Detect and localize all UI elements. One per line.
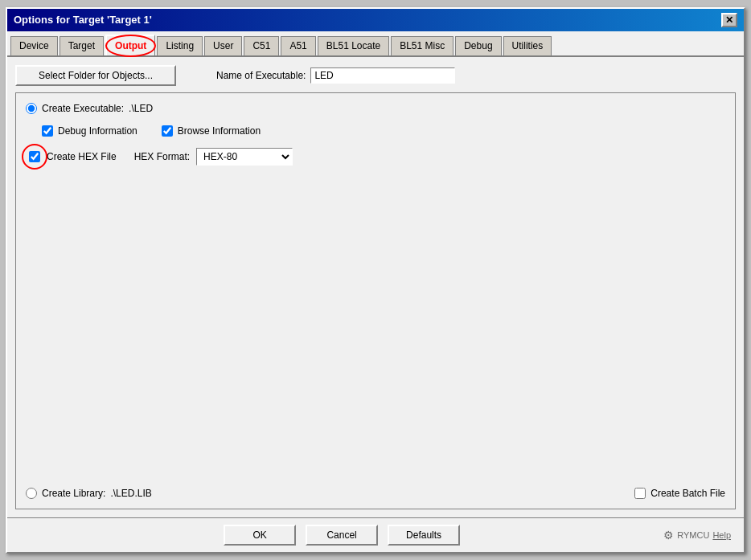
dialog-title: Options for Target 'Target 1' <box>14 14 152 26</box>
create-library-radio[interactable] <box>26 488 37 499</box>
tab-utilities[interactable]: Utilities <box>503 36 552 55</box>
watermark: ⚙ RYMCU Help <box>663 529 731 542</box>
tab-output[interactable]: Output <box>105 35 155 55</box>
cancel-button[interactable]: Cancel <box>306 525 378 546</box>
browse-info-checkbox-item: Browse Information <box>162 125 261 137</box>
tab-bl51misc[interactable]: BL51 Misc <box>391 36 453 55</box>
create-batch-checkbox[interactable] <box>634 488 646 499</box>
close-button[interactable]: ✕ <box>721 13 737 27</box>
create-hex-checkbox[interactable] <box>29 151 40 162</box>
tab-bl51locate[interactable]: BL51 Locate <box>318 36 389 55</box>
tab-debug[interactable]: Debug <box>455 36 501 55</box>
dialog-window: Options for Target 'Target 1' ✕ Device T… <box>6 7 745 554</box>
content-area: Select Folder for Objects... Name of Exe… <box>7 57 744 517</box>
browse-info-checkbox[interactable] <box>162 125 173 137</box>
create-executable-row: Create Executable: .\LED <box>26 103 725 114</box>
create-library-label: Create Library: <box>42 488 105 499</box>
create-exec-label: Create Executable: <box>42 103 124 114</box>
create-library-group: Create Library: .\LED.LIB <box>26 488 152 499</box>
checkbox-row: Debug Information Browse Information <box>26 125 725 137</box>
create-exec-radio-group: Create Executable: .\LED <box>26 103 153 114</box>
debug-info-checkbox-item: Debug Information <box>42 125 137 137</box>
title-bar: Options for Target 'Target 1' ✕ <box>7 9 744 31</box>
ok-button[interactable]: OK <box>224 525 296 546</box>
tab-c51[interactable]: C51 <box>244 36 279 55</box>
debug-info-checkbox[interactable] <box>42 125 53 137</box>
tab-a51[interactable]: A51 <box>281 36 315 55</box>
spacer <box>26 177 725 470</box>
tab-target[interactable]: Target <box>60 36 104 55</box>
select-folder-button[interactable]: Select Folder for Objects... <box>15 65 176 86</box>
hex-format-label: HEX Format: <box>134 151 190 162</box>
tab-user[interactable]: User <box>204 36 242 55</box>
watermark-text: RYMCU <box>677 530 709 540</box>
name-executable-group: Name of Executable: <box>216 67 455 84</box>
name-exec-label: Name of Executable: <box>216 70 306 81</box>
help-label[interactable]: Help <box>712 530 731 540</box>
create-batch-label: Create Batch File <box>650 488 725 499</box>
create-exec-radio[interactable] <box>26 103 37 114</box>
tab-listing[interactable]: Listing <box>157 36 203 55</box>
defaults-button[interactable]: Defaults <box>388 525 460 546</box>
tabs-bar: Device Target Output Listing User C51 A5… <box>7 31 744 57</box>
library-row: Create Library: .\LED.LIB Create Batch F… <box>26 488 725 499</box>
hex-format-select[interactable]: HEX-80 HEX-386 <box>196 148 293 166</box>
top-row: Select Folder for Objects... Name of Exe… <box>15 65 736 86</box>
tab-device[interactable]: Device <box>10 36 58 55</box>
create-library-value: .\LED.LIB <box>110 488 151 499</box>
browse-info-label: Browse Information <box>178 125 261 137</box>
create-hex-label: Create HEX File <box>47 151 117 162</box>
create-batch-group: Create Batch File <box>634 488 725 499</box>
main-options-box: Create Executable: .\LED Debug Informati… <box>15 92 736 509</box>
bottom-buttons: OK Cancel Defaults <box>20 525 663 546</box>
name-exec-input[interactable] <box>310 67 455 84</box>
create-exec-value: .\LED <box>129 103 153 114</box>
hex-file-row: Create HEX File HEX Format: HEX-80 HEX-3… <box>26 148 725 166</box>
debug-info-label: Debug Information <box>58 125 137 137</box>
bottom-bar: OK Cancel Defaults ⚙ RYMCU Help <box>7 517 744 552</box>
create-hex-checkbox-wrapper <box>29 151 40 162</box>
